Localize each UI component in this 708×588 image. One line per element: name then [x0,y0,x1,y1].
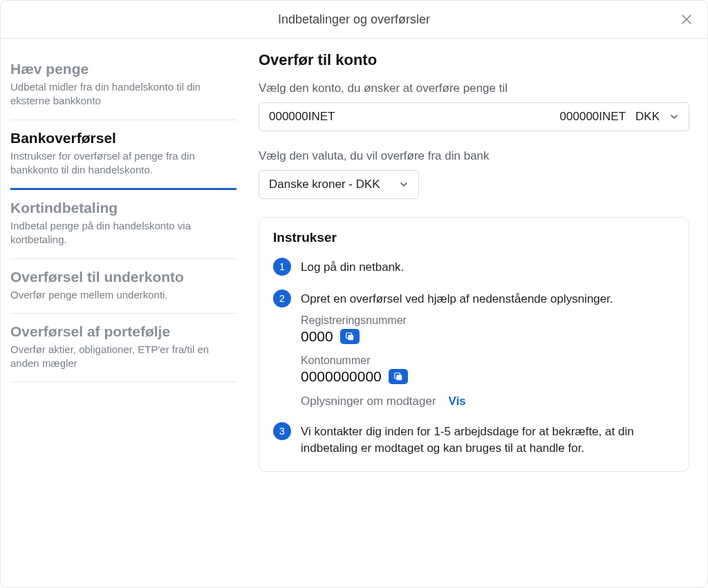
sidebar-item-card-deposit[interactable]: Kortindbetaling Indbetal penge på din ha… [10,190,236,259]
registration-number-value: 0000 [301,328,333,345]
instruction-step-1: 1 Log på din netbank. [273,258,675,276]
copy-account-button[interactable] [389,369,408,384]
main-panel: Overfør til konto Vælg den konto, du øns… [246,39,707,587]
recipient-info-row: Oplysninger om modtager Vis [301,395,675,408]
sidebar-item-desc: Overfør aktier, obligationer, ETP'er fra… [10,343,236,371]
sidebar-item-title: Kortindbetaling [10,200,236,216]
copy-icon [345,332,355,341]
account-select-value-ccy: DKK [635,110,660,124]
account-select-label: Vælg den konto, du ønsker at overføre pe… [259,82,689,95]
currency-select[interactable]: Danske kroner - DKK [259,170,419,199]
account-select[interactable]: 000000INET 000000INET DKK [259,102,689,131]
step-text: Vi kontakter dig inden for 1-5 arbejdsda… [301,424,675,457]
account-select-value-id: 000000INET [560,110,626,124]
close-button[interactable] [678,11,695,28]
step-number-badge: 2 [273,290,291,307]
step-number-badge: 3 [273,422,291,440]
sidebar-item-subaccount-transfer[interactable]: Overførsel til underkonto Overfør penge … [10,259,236,314]
close-icon [681,14,692,25]
chevron-down-icon [399,180,409,189]
currency-select-label: Vælg den valuta, du vil overføre fra din… [259,149,689,163]
recipient-info-label: Oplysninger om modtager [301,395,436,408]
instruction-step-2: 2 Opret en overførsel ved hjælp af neden… [273,290,675,408]
sidebar-item-portfolio-transfer[interactable]: Overførsel af portefølje Overfør aktier,… [10,314,236,383]
sidebar-item-title: Hæv penge [10,61,236,77]
registration-number-block: Registreringsnummer 0000 [301,314,675,345]
currency-select-value: Danske kroner - DKK [269,178,380,191]
sidebar: Hæv penge Udbetal midler fra din handels… [1,39,246,587]
step-text: Log på din netbank. [301,259,675,276]
step-text: Opret en overførsel ved hjælp af nedenst… [301,291,675,307]
instructions-title: Instrukser [273,230,675,245]
modal-body: Hæv penge Udbetal midler fra din handels… [1,39,707,587]
step-number-badge: 1 [273,258,291,276]
sidebar-item-title: Overførsel til underkonto [10,269,236,285]
sidebar-item-title: Bankoverførsel [10,130,236,146]
sidebar-item-desc: Indbetal penge på din handelskonto via k… [10,219,236,247]
instructions-box: Instrukser 1 Log på din netbank. 2 Opret… [259,217,689,472]
svg-rect-2 [348,334,353,340]
copy-registration-button[interactable] [340,329,360,344]
account-number-value: 0000000000 [301,368,382,385]
sidebar-item-withdraw[interactable]: Hæv penge Udbetal midler fra din handels… [10,51,236,120]
sidebar-item-title: Overførsel af portefølje [10,323,236,340]
sidebar-item-bank-transfer[interactable]: Bankoverførsel Instrukser for overførsel… [10,120,236,191]
sidebar-item-desc: Udbetal midler fra din handelskonto til … [10,80,236,108]
show-recipient-link[interactable]: Vis [449,395,466,408]
modal-title: Indbetalinger og overførsler [278,12,430,27]
chevron-down-icon [669,112,679,122]
deposits-transfers-modal: Indbetalinger og overførsler Hæv penge U… [0,0,708,588]
sidebar-item-desc: Instrukser for overførsel af penge fra d… [10,149,236,178]
account-select-value-left: 000000INET [269,110,335,124]
account-number-block: Kontonummer 0000000000 [301,354,675,385]
sidebar-item-desc: Overfør penge mellem underkonti. [10,288,236,302]
svg-rect-4 [396,374,402,380]
modal-header: Indbetalinger og overførsler [1,1,707,39]
instruction-step-3: 3 Vi kontakter dig inden for 1-5 arbejds… [273,422,675,457]
main-title: Overfør til konto [259,51,689,69]
account-number-label: Kontonummer [301,354,675,367]
copy-icon [393,372,403,381]
registration-number-label: Registreringsnummer [301,314,675,327]
